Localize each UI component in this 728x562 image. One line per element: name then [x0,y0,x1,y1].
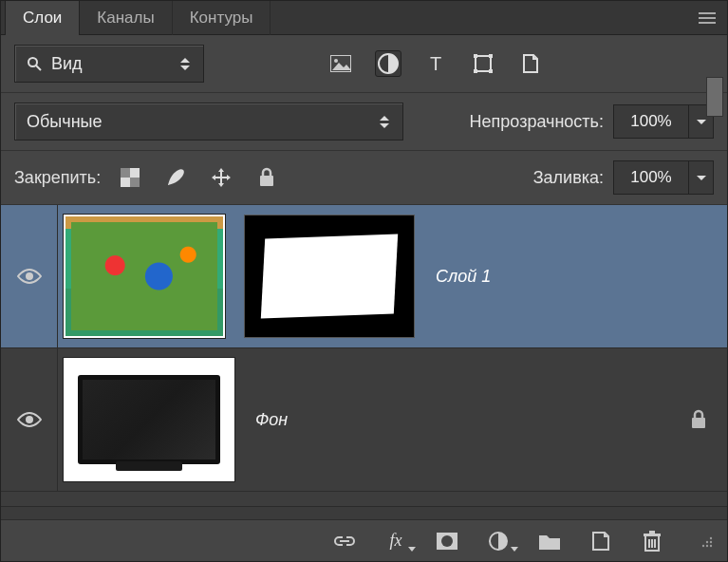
color-label-swatch[interactable] [706,77,723,117]
svg-rect-12 [121,168,130,178]
lock-transparency-button[interactable] [118,165,142,190]
svg-line-1 [36,66,41,70]
opacity-input[interactable]: 100% [613,104,689,139]
svg-text:T: T [430,53,441,74]
svg-rect-7 [474,54,477,58]
filter-adjustment-icon[interactable] [375,50,401,77]
visibility-eye-icon[interactable] [17,268,42,285]
blend-mode-value: Обычные [27,112,103,132]
svg-rect-23 [644,534,661,536]
lock-indicator-icon [689,409,708,430]
svg-rect-6 [476,56,491,71]
filter-row: Вид T [1,35,727,93]
bottom-toolbar: fx [1,519,727,561]
blend-mode-dropdown[interactable]: Обычные [14,103,403,140]
panel-tabs: Слои Каналы Контуры [1,1,727,35]
svg-rect-17 [692,418,705,428]
lock-row: Закрепить: Заливка: 100% [1,151,727,205]
delete-layer-button[interactable] [640,529,664,553]
filter-smartobject-icon[interactable] [517,50,544,77]
svg-point-15 [26,272,33,280]
svg-point-20 [441,535,453,547]
svg-rect-10 [489,69,493,73]
tab-paths[interactable]: Контуры [173,1,271,35]
svg-rect-24 [649,531,655,534]
svg-point-3 [334,59,338,63]
new-layer-button[interactable] [588,529,613,553]
layer-name-label[interactable]: Слой 1 [436,267,491,287]
layer-kind-label: Вид [51,54,83,74]
layer-kind-dropdown[interactable]: Вид [14,45,204,83]
svg-rect-9 [474,69,477,73]
panel-menu-button[interactable] [689,9,716,28]
filter-pixel-icon[interactable] [327,50,354,77]
svg-point-32 [706,544,708,546]
svg-point-33 [710,544,712,546]
layer-mask-thumbnail[interactable] [244,215,415,338]
layers-panel: Слои Каналы Контуры Вид T [0,0,728,562]
lock-label: Закрепить: [14,168,101,188]
layers-list: Слой 1 Фон [1,205,727,506]
svg-rect-13 [130,178,140,187]
svg-point-0 [28,58,37,66]
opacity-label: Непрозрачность: [470,112,604,132]
svg-point-30 [710,540,712,542]
tab-channels[interactable]: Каналы [80,1,172,35]
dropdown-arrows-icon [178,58,192,70]
search-icon [27,56,42,71]
add-mask-button[interactable] [435,529,459,553]
layer-row[interactable]: Слой 1 [1,205,727,348]
layer-thumbnail[interactable] [64,358,234,481]
svg-rect-8 [489,54,493,58]
tab-layers[interactable]: Слои [5,0,80,35]
svg-point-31 [702,544,704,546]
fill-dropdown-button[interactable] [689,160,714,195]
filter-shape-icon[interactable] [470,50,496,77]
fill-input[interactable]: 100% [613,160,689,195]
blend-row: Обычные Непрозрачность: 100% [1,93,727,151]
filter-type-icon[interactable]: T [422,50,449,77]
lock-position-button[interactable] [209,165,233,190]
svg-rect-18 [340,540,349,542]
scroll-track[interactable] [1,506,727,519]
svg-point-16 [26,416,33,423]
visibility-eye-icon[interactable] [17,411,42,428]
link-layers-button[interactable] [332,529,357,553]
lock-pixels-button[interactable] [163,165,188,190]
layer-row[interactable]: Фон [1,348,727,492]
svg-point-28 [710,536,712,538]
layer-thumbnail[interactable] [64,215,225,338]
lock-all-button[interactable] [254,165,279,190]
resize-grip-icon[interactable] [699,534,714,549]
new-adjustment-button[interactable] [486,529,511,553]
layer-name-label[interactable]: Фон [255,410,288,430]
new-group-button[interactable] [537,529,562,553]
fill-label: Заливка: [533,168,604,188]
layer-style-button[interactable]: fx [383,529,408,553]
svg-rect-14 [260,176,273,186]
svg-point-29 [706,540,708,542]
dropdown-arrows-icon [378,116,391,128]
filter-icon-group: T [327,50,544,77]
